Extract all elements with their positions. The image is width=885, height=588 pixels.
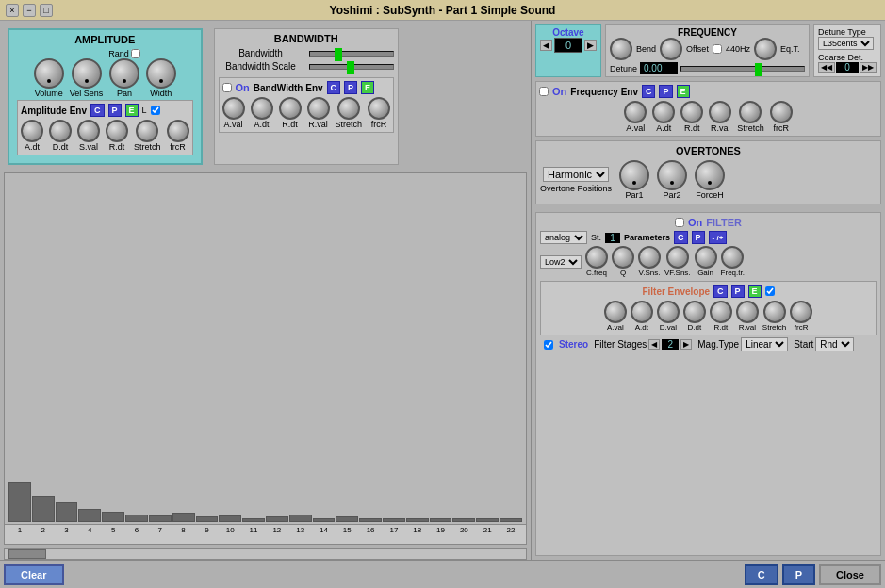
freqenv-aval-knob[interactable]	[624, 101, 647, 123]
hz-checkbox[interactable]	[713, 44, 722, 54]
amp-frcr-knob[interactable]	[167, 120, 189, 142]
cfreq-knob[interactable]	[585, 246, 608, 269]
filter-sign-btn[interactable]: - /+	[709, 231, 728, 244]
bw-slider[interactable]	[309, 51, 395, 57]
width-knob[interactable]	[146, 58, 176, 89]
harmonic-bar-15[interactable]	[336, 516, 358, 522]
close-button[interactable]: Close	[819, 564, 881, 585]
filterenv-ddt-knob[interactable]	[683, 301, 706, 323]
octave-dec-btn[interactable]: ◀	[540, 40, 552, 51]
harmonic-bar-3[interactable]	[56, 502, 78, 522]
filterenv-dval-knob[interactable]	[657, 301, 680, 323]
filterenv-rval-knob[interactable]	[736, 301, 759, 323]
filterenv-aval-knob[interactable]	[604, 301, 627, 323]
freqtr-knob[interactable]	[721, 246, 744, 269]
harmonic-bar-16[interactable]	[359, 518, 382, 522]
filterenv-checkbox[interactable]	[765, 286, 775, 296]
harmonic-bar-8[interactable]	[172, 513, 195, 522]
bwenv-aval-knob[interactable]	[222, 97, 245, 120]
q-knob[interactable]	[612, 246, 634, 269]
harmonic-bar-17[interactable]	[383, 518, 405, 522]
harmonic-bar-10[interactable]	[219, 515, 241, 522]
harmonic-bar-19[interactable]	[430, 518, 452, 522]
p-button[interactable]: P	[782, 564, 815, 585]
filter-type-select[interactable]: Low2	[540, 255, 582, 269]
bw-scale-slider[interactable]	[309, 64, 395, 70]
harmonic-bar-5[interactable]	[102, 512, 124, 522]
filterenv-frcr-knob[interactable]	[790, 301, 812, 323]
amp-env-checkbox[interactable]	[151, 106, 160, 115]
freqenv-e-btn[interactable]: E	[677, 85, 690, 98]
amp-ddt-knob[interactable]	[49, 120, 72, 142]
bwenv-checkbox[interactable]	[222, 83, 232, 92]
bend-knob[interactable]	[610, 38, 632, 60]
harmonic-bar-4[interactable]	[78, 509, 101, 522]
c-button[interactable]: C	[745, 564, 778, 585]
bwenv-c-btn[interactable]: C	[327, 81, 341, 94]
freqenv-rdt-knob[interactable]	[680, 101, 703, 123]
vel-sens-knob[interactable]	[72, 58, 102, 89]
clear-button[interactable]: Clear	[4, 564, 64, 585]
par1-knob[interactable]	[619, 160, 649, 190]
bars-container[interactable]	[5, 173, 526, 525]
bwenv-e-btn[interactable]: E	[361, 81, 374, 94]
amp-stretch-knob[interactable]	[136, 120, 158, 142]
octave-inc-btn[interactable]: ▶	[584, 40, 597, 51]
harmonic-bar-9[interactable]	[196, 516, 219, 522]
forceh-knob[interactable]	[695, 160, 725, 190]
bwenv-stretch-knob[interactable]	[337, 97, 360, 120]
detune-slider[interactable]	[680, 66, 805, 72]
amp-adt-knob[interactable]	[21, 120, 43, 142]
filter-stages-inc-btn[interactable]: ▶	[680, 339, 692, 350]
stereo-checkbox[interactable]	[544, 340, 553, 350]
harmonic-bar-13[interactable]	[289, 514, 312, 522]
harmonic-bar-2[interactable]	[32, 496, 55, 522]
close-btn[interactable]: ×	[6, 4, 19, 17]
offset-knob[interactable]	[660, 38, 682, 60]
bwenv-rval-knob[interactable]	[307, 97, 330, 120]
min-btn[interactable]: −	[23, 4, 36, 17]
freqenv-adt-knob[interactable]	[652, 101, 675, 123]
amp-rdt-knob[interactable]	[106, 120, 128, 142]
bwenv-p-btn[interactable]: P	[344, 81, 357, 94]
rand-checkbox[interactable]	[131, 49, 140, 58]
filter-category-select[interactable]: analog	[540, 231, 587, 244]
harmonic-bar-22[interactable]	[500, 518, 522, 522]
harmonic-bar-6[interactable]	[125, 514, 148, 522]
detune-type-select[interactable]: L35cents	[818, 37, 874, 50]
pan-knob[interactable]	[109, 58, 139, 89]
filterenv-stretch-knob[interactable]	[763, 301, 786, 323]
freqenv-p-btn[interactable]: P	[659, 85, 672, 98]
filter-c-btn[interactable]: C	[674, 231, 688, 244]
filter-p-btn[interactable]: P	[692, 231, 705, 244]
amp-env-e-btn[interactable]: E	[125, 104, 139, 117]
filterenv-p-btn[interactable]: P	[731, 285, 745, 298]
start-select[interactable]: Rnd	[815, 337, 854, 351]
overtones-dropdown[interactable]: Harmonic	[543, 167, 609, 182]
coarse-det-dec-btn[interactable]: ◀◀	[818, 62, 835, 73]
vsns-knob[interactable]	[638, 246, 661, 269]
amp-env-c-btn[interactable]: C	[90, 104, 105, 117]
harmonic-bar-18[interactable]	[406, 518, 429, 522]
freqenv-frcr-knob[interactable]	[770, 101, 793, 123]
vfsns-knob[interactable]	[666, 246, 689, 269]
coarse-det-inc-btn[interactable]: ▶▶	[860, 62, 877, 73]
filterenv-c-btn[interactable]: C	[713, 285, 728, 298]
freqenv-c-btn[interactable]: C	[642, 85, 656, 98]
par2-knob[interactable]	[657, 160, 687, 190]
filterenv-rdt-knob[interactable]	[710, 301, 732, 323]
max-btn[interactable]: □	[40, 4, 53, 17]
gain-knob[interactable]	[695, 246, 717, 269]
filter-stages-dec-btn[interactable]: ◀	[648, 339, 660, 350]
harmonic-bar-11[interactable]	[242, 518, 265, 522]
filter-checkbox[interactable]	[675, 218, 684, 227]
eqt-knob[interactable]	[754, 38, 777, 60]
harmonic-bar-12[interactable]	[266, 516, 288, 522]
harmonic-bar-20[interactable]	[452, 518, 475, 522]
horizontal-scrollbar[interactable]	[4, 548, 527, 560]
filterenv-adt-knob[interactable]	[631, 301, 653, 323]
mag-type-select[interactable]: Linear	[741, 337, 788, 351]
bwenv-frcr-knob[interactable]	[368, 97, 390, 120]
bwenv-rdt-knob[interactable]	[279, 97, 302, 120]
freqenv-checkbox[interactable]	[539, 87, 549, 96]
